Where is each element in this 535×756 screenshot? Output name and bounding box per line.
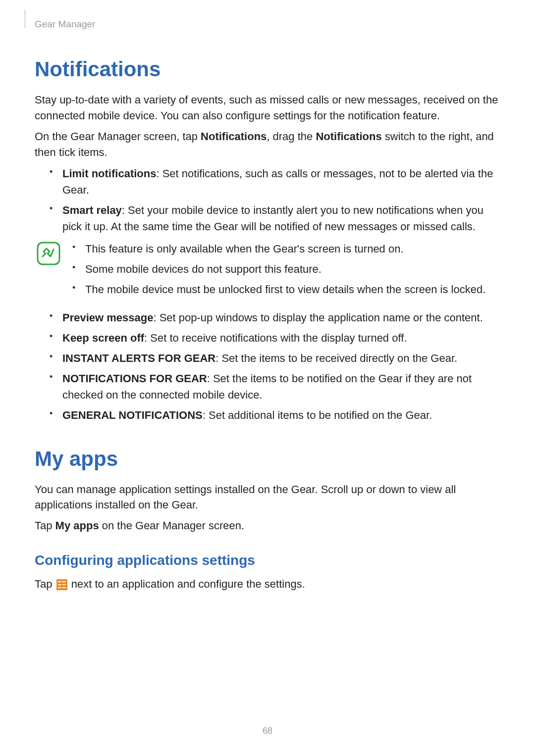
heading-notifications: Notifications (35, 57, 500, 81)
svg-rect-6 (58, 587, 61, 588)
section-myapps: My apps You can manage application setti… (35, 447, 500, 593)
svg-rect-2 (58, 581, 61, 582)
para-notif-2: On the Gear Manager screen, tap Notifica… (35, 129, 500, 160)
list-item: Preview message: Set pop-up windows to d… (50, 309, 500, 326)
bold-text: Keep screen off (62, 332, 144, 344)
settings-icon (56, 579, 67, 590)
text: : Set pop-up windows to display the appl… (153, 311, 482, 324)
bold-text: Preview message (62, 311, 153, 324)
text: : Set to receive notifications with the … (144, 332, 407, 344)
list-item: NOTIFICATIONS FOR GEAR: Set the items to… (50, 370, 500, 403)
text: : Set the items to be received directly … (215, 352, 457, 364)
text: : Set additional items to be notified on… (203, 409, 432, 421)
subheading-configuring: Configuring applications settings (35, 553, 500, 568)
list-item: Keep screen off: Set to receive notifica… (50, 330, 500, 346)
text: Tap (35, 519, 55, 532)
heading-myapps: My apps (35, 447, 500, 471)
svg-rect-4 (58, 584, 61, 585)
bullet-list-notif-2: Preview message: Set pop-up windows to d… (35, 309, 500, 423)
para-myapps-2: Tap My apps on the Gear Manager screen. (35, 518, 500, 534)
text: : Set your mobile device to instantly al… (62, 204, 483, 233)
para-myapps-3: Tap next to an application and configure… (35, 576, 500, 592)
note-block: This feature is only available when the … (35, 241, 500, 302)
list-item: Limit notifications: Set notifications, … (50, 165, 500, 198)
section-notifications: Notifications Stay up-to-date with a var… (35, 57, 500, 423)
text: , drag the (267, 130, 316, 143)
list-item: GENERAL NOTIFICATIONS: Set additional it… (50, 407, 500, 423)
para-notif-1: Stay up-to-date with a variety of events… (35, 92, 500, 124)
note-icon (37, 242, 60, 265)
list-item: INSTANT ALERTS FOR GEAR: Set the items t… (50, 350, 500, 366)
bold-text: GENERAL NOTIFICATIONS (62, 409, 203, 421)
header-divider (25, 10, 25, 28)
svg-rect-7 (62, 587, 66, 588)
note-bullet-list: This feature is only available when the … (67, 241, 500, 302)
list-item: This feature is only available when the … (72, 241, 500, 257)
svg-rect-5 (62, 584, 66, 585)
list-item: Some mobile devices do not support this … (72, 261, 500, 277)
page-number: 68 (0, 726, 535, 736)
text: next to an application and configure the… (68, 578, 305, 590)
bold-text: Notifications (316, 130, 381, 143)
para-myapps-1: You can manage application settings inst… (35, 482, 500, 513)
bold-text: My apps (55, 519, 99, 532)
svg-rect-3 (62, 581, 66, 582)
list-item: Smart relay: Set your mobile device to i… (50, 202, 500, 235)
bullet-list-notif-1: Limit notifications: Set notifications, … (35, 165, 500, 235)
bold-text: Smart relay (62, 204, 122, 216)
list-item: The mobile device must be unlocked first… (72, 281, 500, 298)
bold-text: NOTIFICATIONS FOR GEAR (62, 372, 207, 385)
bold-text: Limit notifications (62, 167, 156, 180)
text: On the Gear Manager screen, tap (35, 130, 201, 143)
text: Tap (35, 578, 55, 590)
text: on the Gear Manager screen. (99, 519, 245, 532)
bold-text: Notifications (201, 130, 267, 143)
bold-text: INSTANT ALERTS FOR GEAR (62, 352, 215, 364)
running-header: Gear Manager (35, 19, 500, 30)
